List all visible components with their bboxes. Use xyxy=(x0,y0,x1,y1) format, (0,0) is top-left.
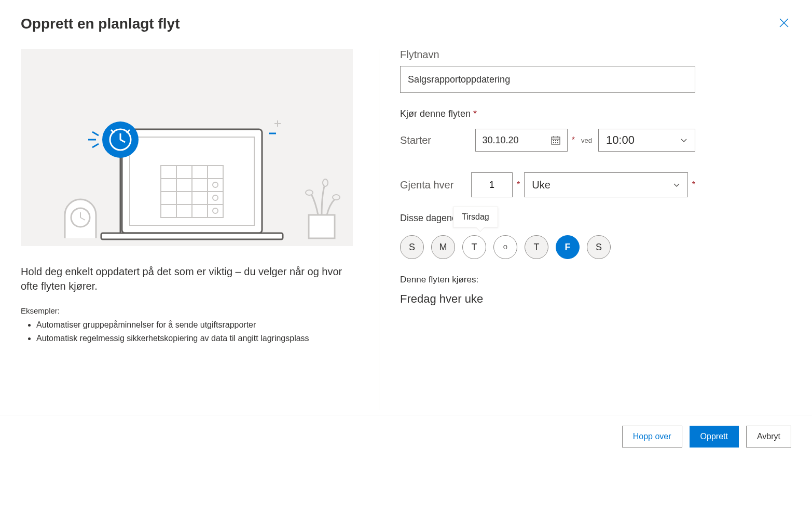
runs-value: Fredag hver uke xyxy=(400,292,695,306)
flow-name-label: Flytnavn xyxy=(400,49,695,61)
runs-label: Denne flyten kjøres: xyxy=(400,275,695,285)
skip-button[interactable]: Hopp over xyxy=(622,426,682,448)
close-button[interactable] xyxy=(777,16,791,33)
chevron-down-icon xyxy=(673,181,680,188)
svg-rect-37 xyxy=(557,140,558,141)
time-value: 10:00 xyxy=(606,133,635,147)
day-monday[interactable]: M xyxy=(431,235,455,259)
dialog-title: Opprett en planlagt flyt xyxy=(21,16,180,32)
description: Hold deg enkelt oppdatert på det som er … xyxy=(21,264,353,293)
days-label: Disse dagene xyxy=(400,213,695,224)
day-thursday[interactable]: T xyxy=(525,235,548,259)
day-saturday[interactable]: S xyxy=(587,235,611,259)
svg-rect-2 xyxy=(101,233,283,239)
examples-list: Automatiser gruppepåminnelser for å send… xyxy=(21,320,353,343)
close-icon xyxy=(779,18,789,28)
required-marker: * xyxy=(572,135,575,145)
svg-rect-27 xyxy=(309,215,335,238)
required-marker: * xyxy=(692,180,695,189)
date-value: 30.10.20 xyxy=(482,135,518,146)
svg-rect-35 xyxy=(553,140,554,141)
chevron-down-icon xyxy=(680,137,687,144)
day-sunday[interactable]: S xyxy=(400,235,424,259)
date-picker[interactable]: 30.10.20 xyxy=(475,129,567,152)
create-button[interactable]: Opprett xyxy=(690,426,739,448)
unit-value: Uke xyxy=(532,179,550,191)
svg-point-29 xyxy=(323,179,328,186)
svg-rect-39 xyxy=(555,142,556,143)
day-wednesday[interactable]: O xyxy=(493,235,517,259)
day-friday[interactable]: F xyxy=(556,235,580,259)
svg-point-28 xyxy=(306,190,313,195)
illustration xyxy=(21,49,353,246)
svg-rect-38 xyxy=(553,142,554,143)
time-picker[interactable]: 10:00 xyxy=(598,129,695,152)
day-tuesday[interactable]: T xyxy=(462,235,486,259)
svg-rect-40 xyxy=(557,142,558,143)
flow-name-input[interactable] xyxy=(400,66,695,93)
starter-label: Starter xyxy=(400,134,471,146)
required-marker: * xyxy=(517,180,520,189)
svg-line-22 xyxy=(92,144,99,147)
repeat-count-input[interactable] xyxy=(471,172,513,197)
example-item: Automatiser gruppepåminnelser for å send… xyxy=(36,320,353,330)
svg-point-30 xyxy=(333,195,340,200)
at-label: ved xyxy=(581,137,592,144)
repeat-unit-select[interactable]: Uke xyxy=(524,172,688,197)
svg-line-21 xyxy=(92,132,99,135)
day-tooltip: Tirsdag xyxy=(453,207,498,227)
examples-label: Eksempler: xyxy=(21,306,353,315)
svg-rect-36 xyxy=(555,140,556,141)
example-item: Automatisk regelmessig sikkerhetskopieri… xyxy=(36,334,353,343)
calendar-icon xyxy=(550,135,561,145)
cancel-button[interactable]: Avbryt xyxy=(746,426,791,448)
run-flow-label: Kjør denne flyten * xyxy=(400,109,695,119)
repeat-label: Gjenta hver xyxy=(400,179,467,191)
